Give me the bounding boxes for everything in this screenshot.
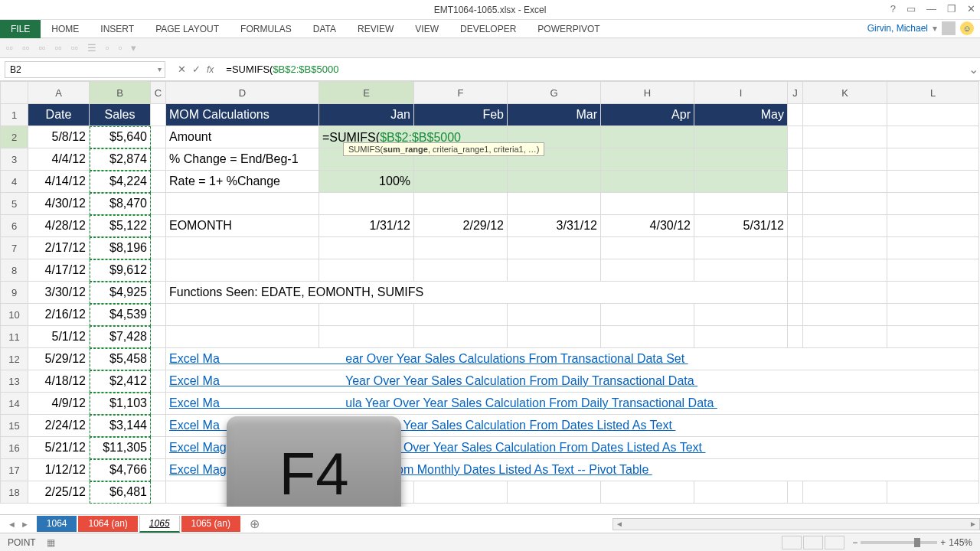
cell[interactable]	[601, 237, 694, 259]
cell[interactable]	[166, 193, 319, 215]
cell[interactable]: $11,305	[90, 437, 151, 459]
cell[interactable]	[803, 282, 887, 304]
tab-formulas[interactable]: FORMULAS	[230, 20, 302, 38]
tab-powerpivot[interactable]: POWERPIVOT	[527, 20, 610, 38]
cell[interactable]: 3/31/12	[508, 215, 601, 237]
cell[interactable]	[887, 304, 979, 326]
col-header[interactable]: F	[414, 82, 508, 104]
cell[interactable]	[414, 237, 508, 259]
tab-view[interactable]: VIEW	[404, 20, 449, 38]
cell[interactable]	[788, 237, 803, 259]
col-header[interactable]: A	[28, 82, 90, 104]
cell[interactable]	[414, 193, 508, 215]
row-header[interactable]: 3	[1, 148, 28, 171]
cell[interactable]	[151, 326, 166, 348]
cell[interactable]	[601, 304, 694, 326]
cell[interactable]: $4,925	[90, 282, 151, 304]
cell[interactable]	[414, 326, 508, 348]
col-header[interactable]: H	[601, 82, 694, 104]
cell[interactable]: 100%	[319, 171, 414, 193]
tab-data[interactable]: DATA	[302, 20, 347, 38]
col-header[interactable]: K	[803, 82, 887, 104]
cell[interactable]: $7,428	[90, 326, 151, 348]
col-header[interactable]: L	[887, 82, 979, 104]
cell[interactable]: 4/30/12	[28, 193, 90, 215]
cell[interactable]	[151, 481, 166, 504]
cell[interactable]: Mar	[508, 104, 601, 126]
qat-icon[interactable]: ▫▫	[6, 42, 13, 54]
cell[interactable]	[803, 215, 887, 237]
select-all-corner[interactable]	[1, 82, 28, 104]
macro-icon[interactable]: ▦	[47, 537, 55, 548]
sheet-tab[interactable]: 1064 (an)	[78, 516, 137, 532]
cell[interactable]	[788, 126, 803, 148]
row-header[interactable]: 16	[1, 437, 28, 459]
function-tooltip[interactable]: SUMIFS(sum_range, criteria_range1, crite…	[343, 142, 544, 156]
cell[interactable]: 2/29/12	[414, 215, 508, 237]
sheet-tab-active[interactable]: 1065	[139, 516, 180, 533]
cell[interactable]	[694, 148, 788, 171]
cell[interactable]	[414, 304, 508, 326]
cell[interactable]	[151, 282, 166, 304]
row-header[interactable]: 4	[1, 171, 28, 193]
cell[interactable]: 4/14/12	[28, 171, 90, 193]
col-header[interactable]: E	[319, 82, 414, 104]
cell[interactable]	[151, 259, 166, 282]
col-header[interactable]: C	[151, 82, 166, 104]
close-icon[interactable]: ✕	[967, 3, 975, 15]
row-header[interactable]: 1	[1, 104, 28, 126]
name-box[interactable]: B2 ▾	[5, 61, 165, 78]
row-header[interactable]: 6	[1, 215, 28, 237]
cell[interactable]: Jan	[319, 104, 414, 126]
cell[interactable]	[788, 193, 803, 215]
cell[interactable]: $4,766	[90, 459, 151, 481]
cell[interactable]	[788, 259, 803, 282]
cell[interactable]	[151, 304, 166, 326]
cell[interactable]: 2/25/12	[28, 481, 90, 504]
cell[interactable]: 1/12/12	[28, 459, 90, 481]
row-header[interactable]: 5	[1, 193, 28, 215]
cell[interactable]: $1,103	[90, 393, 151, 415]
fx-icon[interactable]: fx	[207, 64, 214, 75]
cell[interactable]	[887, 148, 979, 171]
cell[interactable]: 3/30/12	[28, 282, 90, 304]
cell[interactable]: $5,640	[90, 126, 151, 148]
cell[interactable]: 4/28/12	[28, 215, 90, 237]
formula-input[interactable]: =SUMIFS($B$2:$B$5000	[221, 64, 966, 75]
tab-insert[interactable]: INSERT	[90, 20, 145, 38]
qat-icon[interactable]: ☰	[87, 42, 96, 54]
tab-home[interactable]: HOME	[41, 20, 90, 38]
cell[interactable]: 4/30/12	[601, 215, 694, 237]
row-header[interactable]: 10	[1, 304, 28, 326]
cell[interactable]	[694, 304, 788, 326]
cell[interactable]	[788, 304, 803, 326]
cell[interactable]: $8,196	[90, 237, 151, 259]
cell[interactable]: $2,874	[90, 148, 151, 171]
cell[interactable]	[508, 237, 601, 259]
cell[interactable]	[508, 193, 601, 215]
cell[interactable]	[508, 259, 601, 282]
restore-icon[interactable]: ❐	[947, 3, 956, 15]
cell[interactable]	[319, 193, 414, 215]
cell[interactable]	[601, 259, 694, 282]
qat-icon[interactable]: ▫	[106, 42, 109, 54]
cell[interactable]: % Change = End/Beg-1	[166, 148, 319, 171]
tab-developer[interactable]: DEVELOPER	[449, 20, 527, 38]
horizontal-scrollbar[interactable]: ◄►	[612, 518, 980, 530]
user-account[interactable]: Girvin, Michael ▾ ☺	[867, 21, 974, 35]
cell[interactable]	[887, 481, 979, 504]
row-header[interactable]: 11	[1, 326, 28, 348]
row-header[interactable]: 9	[1, 282, 28, 304]
tab-file[interactable]: FILE	[0, 20, 41, 38]
cell[interactable]	[788, 148, 803, 171]
cell[interactable]	[694, 126, 788, 148]
cell[interactable]	[788, 215, 803, 237]
row-header[interactable]: 7	[1, 237, 28, 259]
cell[interactable]	[694, 237, 788, 259]
cell[interactable]	[694, 481, 788, 504]
cell[interactable]	[151, 193, 166, 215]
cell[interactable]	[319, 326, 414, 348]
cell[interactable]: Excel Ma Year Over Year Sales Calculatio…	[166, 370, 979, 393]
cell[interactable]	[151, 104, 166, 126]
cell[interactable]: Amount	[166, 126, 319, 148]
